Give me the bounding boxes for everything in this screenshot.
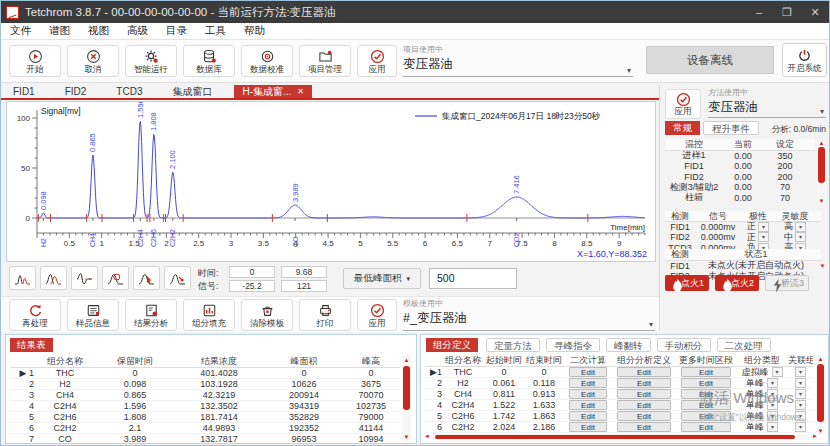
chevron-down-icon[interactable]: ▾ (767, 422, 778, 432)
temp-table-scrollbar[interactable]: ▲ ▼ (817, 139, 826, 205)
tab-手动积分[interactable]: 手动积分 (657, 338, 711, 352)
edit-button[interactable]: Edit (617, 400, 671, 410)
peak-drop-tool-button[interactable] (164, 266, 191, 290)
print-button[interactable]: 打印 (299, 299, 351, 331)
tab-h-integration-active[interactable]: H-集成窗... ✕ (234, 85, 312, 98)
chevron-down-icon[interactable]: ▾ (795, 389, 806, 399)
status-scroll-caret[interactable]: ▼ (818, 263, 827, 269)
power-on-system-button[interactable]: 开启系统 (782, 43, 827, 77)
apply-project-button[interactable]: 应用 (357, 45, 397, 77)
peak-cursor-tool-button[interactable] (133, 266, 160, 290)
ignite-2-button[interactable]: 点火2 (715, 275, 759, 291)
edit-button[interactable]: Edit (617, 422, 671, 432)
sample-info-button[interactable]: 样品信息 (67, 299, 119, 331)
components-hscrollbar[interactable]: ◄ ► (433, 434, 809, 440)
component-row-C2H2[interactable]: 6C2H22.0242.186EditEditEdit单峰▾▾ (425, 422, 813, 433)
signal-to-field[interactable]: 121 (281, 280, 327, 292)
menu-spectrum[interactable]: 谱图 (40, 24, 79, 38)
time-to-field[interactable]: 9.68 (281, 266, 327, 278)
edit-button[interactable]: Edit (617, 367, 671, 377)
edit-button[interactable]: Edit (569, 411, 607, 421)
cancel-button[interactable]: 取消 (67, 45, 119, 77)
database-button[interactable]: 数据库 (183, 45, 235, 77)
project-button[interactable]: 项目管理 (299, 45, 351, 77)
edit-button[interactable]: Edit (681, 411, 731, 421)
result-row-CH4[interactable]: 3CH40.86542.321920091470070 (10, 390, 400, 401)
tab-general[interactable]: 常规 (665, 121, 700, 135)
menu-directory[interactable]: 目录 (157, 24, 196, 38)
signal-from-field[interactable]: -25.2 (229, 280, 275, 292)
tab-results-table[interactable]: 结果表 (10, 338, 53, 352)
calibrate-button[interactable]: 数据校准 (241, 45, 293, 77)
chevron-down-icon[interactable]: ▾ (795, 400, 806, 410)
menu-help[interactable]: 帮助 (235, 24, 274, 38)
edit-button[interactable]: Edit (569, 367, 607, 377)
clear-template-button[interactable]: 清除模板 (241, 299, 293, 331)
close-tab-icon[interactable]: ✕ (297, 87, 304, 96)
chevron-down-icon[interactable]: ▾ (795, 378, 806, 388)
chevron-down-icon[interactable]: ▾ (795, 367, 806, 377)
ignite-1-button[interactable]: 点火1 (665, 275, 709, 291)
min-peak-area-dropdown[interactable]: 最低峰面积 ▾ (343, 268, 421, 289)
result-row-C2H2[interactable]: 6C2H22.144.989319235241144 (10, 423, 400, 434)
edit-button[interactable]: Edit (617, 378, 671, 388)
method-combo[interactable]: 方法使用中 变压器油 ▾ (708, 87, 826, 118)
menu-view[interactable]: 视图 (79, 24, 118, 38)
smart-run-button[interactable]: 智能运行 (125, 45, 177, 77)
result-analysis-button[interactable]: 结果分析 (125, 299, 177, 331)
template-combo[interactable]: 模板使用中 #_变压器油 ▾ (403, 298, 655, 331)
edit-button[interactable]: Edit (681, 400, 731, 410)
component-fill-button[interactable]: 组分填充 (183, 299, 235, 331)
edit-button[interactable]: Edit (569, 389, 607, 399)
maximize-button[interactable]: ❐ (773, 6, 801, 19)
tab-temp-program[interactable]: 程升事件 (703, 121, 759, 135)
tab-寻峰指令[interactable]: 寻峰指令 (546, 338, 600, 352)
edit-button[interactable]: Edit (617, 389, 671, 399)
tab-tcd3[interactable]: TCD3 (108, 85, 150, 98)
start-button[interactable]: 开始 (9, 45, 61, 77)
peak-updown-tool-button[interactable] (71, 266, 98, 290)
peak-circle-tool-button[interactable] (102, 266, 129, 290)
chevron-down-icon[interactable]: ▾ (795, 411, 806, 421)
project-combo[interactable]: 项目使用中 变压器油 ▾ (403, 44, 633, 77)
chevron-down-icon[interactable]: ▾ (795, 422, 806, 432)
menu-tools[interactable]: 工具 (196, 24, 235, 38)
chromatogram-plot[interactable]: 0501000.511.522.533.544.555.566.577.588.… (7, 102, 655, 261)
menu-file[interactable]: 文件 (1, 24, 40, 38)
temp-zone-row[interactable]: 柱箱0.0070 (665, 193, 815, 204)
edit-button[interactable]: Edit (569, 422, 607, 432)
reprocess-button[interactable]: 再处理 (9, 299, 61, 331)
peak-outline-tool-button[interactable] (9, 266, 36, 290)
temp-zone-row[interactable]: 进样10.00350 (665, 151, 815, 162)
edit-button[interactable]: Edit (617, 411, 671, 421)
bridge-current-button[interactable]: 桥流3 (765, 275, 809, 291)
minimize-button[interactable]: – (745, 6, 773, 18)
edit-button[interactable]: Edit (681, 389, 731, 399)
results-scrollbar[interactable]: ▲ ▼ (402, 356, 411, 441)
tab-integration-window[interactable]: 集成窗口 (164, 85, 220, 98)
time-from-field[interactable]: 0 (229, 266, 275, 278)
result-row-THC[interactable]: ▶ 1THC0401.402800 (10, 368, 400, 379)
edit-button[interactable]: Edit (681, 367, 731, 377)
tab-二次处理[interactable]: 二次处理 (717, 338, 771, 352)
chevron-down-icon[interactable]: ▾ (627, 66, 631, 75)
close-button[interactable]: ✕ (801, 6, 829, 19)
menu-advanced[interactable]: 高级 (118, 24, 157, 38)
tab-峰翻转[interactable]: 峰翻转 (606, 338, 651, 352)
result-row-C2H6[interactable]: 5C2H61.808181.741435282979000 (10, 412, 400, 423)
edit-button[interactable]: Edit (681, 378, 731, 388)
edit-button[interactable]: Edit (569, 400, 607, 410)
apply-template-button[interactable]: 应用 (357, 299, 397, 331)
device-offline-button[interactable]: 设备离线 (646, 46, 774, 74)
components-vscrollbar[interactable]: ▲ ▼ (816, 355, 825, 435)
edit-button[interactable]: Edit (681, 422, 731, 432)
edit-button[interactable]: Edit (569, 378, 607, 388)
tab-fid2[interactable]: FID2 (57, 85, 95, 98)
chevron-down-icon[interactable]: ▾ (649, 320, 653, 329)
peak-double-tool-button[interactable] (40, 266, 67, 290)
result-row-CO[interactable]: 7CO3.989132.78179695310994 (10, 434, 400, 445)
min-peak-area-input[interactable]: 500 (429, 268, 517, 289)
result-row-C2H4[interactable]: 4C2H41.596132.3502394319102735 (10, 401, 400, 412)
chevron-down-icon[interactable]: ▾ (820, 107, 824, 116)
apply-method-button[interactable]: 应用 (665, 89, 701, 119)
